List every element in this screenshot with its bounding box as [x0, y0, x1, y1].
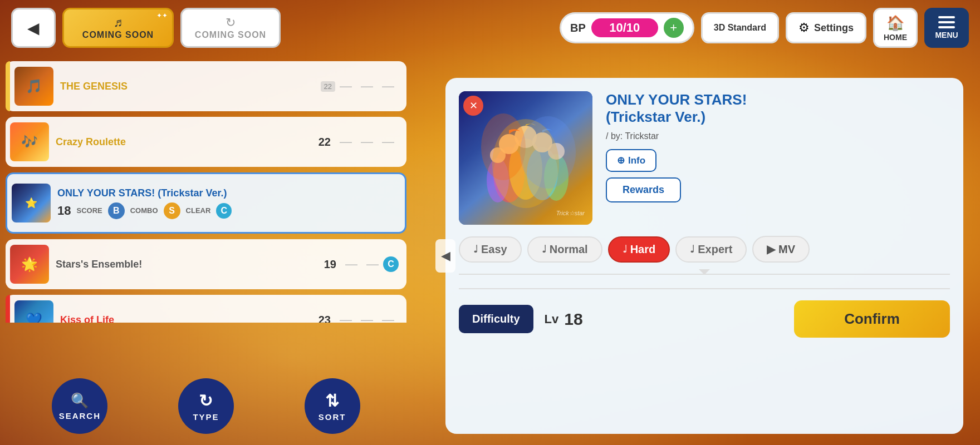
song-info: Kiss of Life	[53, 314, 318, 323]
bp-plus-button[interactable]: +	[664, 18, 684, 38]
normal-note-icon: ♩	[542, 243, 546, 255]
sort-button[interactable]: ⇅ SORT	[305, 378, 360, 434]
clear-dash: —	[382, 79, 394, 93]
lv-container: Lv 18	[545, 310, 783, 329]
song-level: 22	[318, 136, 331, 149]
view-mode-button[interactable]: 3D Standard	[701, 12, 779, 43]
detail-title-line1: ONLY YOUR STARS!	[606, 91, 747, 108]
detail-panel: ◀ ✕	[445, 78, 963, 434]
svg-point-0	[493, 147, 525, 202]
color-strip-red	[6, 295, 10, 323]
thumb-art: 🎶	[10, 122, 49, 161]
song-level: 23	[318, 314, 331, 323]
top-bar: ◀ ✦✦ ♬ COMING SOON ↻ COMING SOON BP 10/1…	[0, 0, 980, 56]
song-thumbnail: ⭐	[12, 184, 51, 222]
sort-label: SORT	[318, 412, 346, 422]
score-dash: —	[345, 257, 357, 271]
song-item[interactable]: 🌟 Stars's Ensemble! 19 — — C	[6, 239, 406, 289]
home-button[interactable]: 🏠 HOME	[873, 8, 918, 48]
difficulty-hard-tab[interactable]: ♩ Hard	[608, 236, 670, 263]
thumb-art: 💙	[14, 300, 53, 323]
detail-album-art: ✕	[459, 91, 592, 225]
expert-label: Expert	[698, 243, 732, 256]
song-title: Kiss of Life	[60, 314, 312, 323]
view-mode-label: 3D Standard	[714, 23, 766, 33]
song-info: Stars's Ensemble!	[49, 259, 324, 270]
menu-button[interactable]: MENU	[924, 8, 969, 48]
close-button[interactable]: ✕	[463, 96, 483, 116]
detail-bottom: Difficulty Lv 18 Confirm	[459, 288, 950, 338]
tab-inactive-label: COMING SOON	[195, 30, 266, 40]
difficulty-easy-tab[interactable]: ♩ Easy	[459, 236, 522, 263]
difficulty-mv-tab[interactable]: ▶ MV	[752, 236, 810, 263]
settings-button[interactable]: ⚙ Settings	[786, 12, 866, 43]
combo-dash: —	[361, 313, 373, 323]
song-item[interactable]: 💙 Kiss of Life 23 — — —	[6, 295, 406, 323]
difficulty-label-box: Difficulty	[459, 305, 533, 333]
search-label: SEARCH	[59, 411, 101, 421]
sort-icon: ⇅	[325, 391, 339, 411]
menu-label: MENU	[935, 31, 958, 39]
song-item-selected[interactable]: ⭐ ONLY YOUR STARS! (Trickstar Ver.) 18 S…	[6, 172, 406, 234]
detail-info: ONLY YOUR STARS! (Trickstar Ver.) / by: …	[606, 91, 950, 225]
svg-point-5	[499, 134, 519, 154]
score-dash: —	[340, 313, 352, 323]
bp-value: 10/10	[609, 21, 640, 34]
settings-icon: ⚙	[798, 21, 810, 35]
score-dash: —	[340, 135, 352, 149]
hamburger-icon	[938, 16, 955, 28]
score-dash: —	[340, 79, 352, 93]
combo-dash: —	[361, 79, 373, 93]
divider-notch	[699, 269, 710, 275]
easy-label: Easy	[481, 243, 507, 256]
song-level: 19	[324, 258, 336, 271]
confirm-button[interactable]: Confirm	[794, 300, 950, 338]
normal-label: Normal	[550, 243, 588, 256]
type-button[interactable]: ↻ TYPE	[178, 378, 234, 434]
svg-point-8	[490, 147, 506, 163]
nav-arrow-button[interactable]: ◀	[435, 239, 455, 273]
svg-point-7	[532, 132, 552, 152]
detail-title-line2: (Trickstar Ver.)	[606, 108, 705, 125]
settings-label: Settings	[814, 22, 854, 34]
hard-note-icon: ♩	[623, 243, 627, 255]
song-item[interactable]: 🎶 Crazy Roulette 22 — — —	[6, 117, 406, 167]
svg-point-3	[487, 158, 509, 202]
rewards-button[interactable]: Rewards	[606, 177, 681, 202]
song-title: Stars's Ensemble!	[56, 259, 317, 270]
difficulty-normal-tab[interactable]: ♩ Normal	[527, 236, 602, 263]
svg-point-1	[509, 139, 542, 200]
search-button[interactable]: 🔍 SEARCH	[52, 378, 107, 434]
combo-dash: —	[366, 257, 379, 271]
song-title: THE GENESIS	[60, 81, 314, 92]
song-info: ONLY YOUR STARS! (Trickstar Ver.) 18 SCO…	[51, 187, 397, 219]
difficulty-expert-tab[interactable]: ♩ Expert	[675, 236, 747, 263]
bp-container: BP 10/10 +	[560, 12, 694, 43]
song-item[interactable]: 🎵 THE GENESIS 22 — — —	[6, 61, 406, 111]
divider	[459, 274, 950, 275]
svg-point-9	[548, 143, 565, 160]
thumb-art: 🌟	[10, 245, 49, 284]
album-watermark: Trick☆star	[556, 210, 585, 217]
info-button[interactable]: ⊕ Info	[606, 149, 656, 172]
clear-grade-badge: C	[216, 203, 232, 219]
tab-sparkle-icon: ✦✦	[156, 12, 168, 19]
difficulty-tabs: ♩ Easy ♩ Normal ♩ Hard ♩ Expert ▶ MV	[459, 236, 950, 263]
tab-coming-soon-active[interactable]: ✦✦ ♬ COMING SOON	[62, 8, 174, 48]
info-label: Info	[628, 155, 645, 166]
song-thumbnail: 🎶	[10, 122, 49, 161]
home-label: HOME	[884, 33, 907, 42]
type-icon: ↻	[199, 391, 213, 411]
info-icon: ⊕	[617, 155, 625, 166]
clear-grade-badge: C	[383, 256, 399, 272]
bp-bar: 10/10	[591, 18, 658, 37]
clear-label: CLEAR	[186, 206, 211, 215]
song-title: Crazy Roulette	[56, 136, 312, 148]
back-button[interactable]: ◀	[11, 8, 56, 48]
song-title: ONLY YOUR STARS! (Trickstar Ver.)	[57, 187, 390, 199]
song-level-badge: 22	[321, 81, 335, 92]
tab-coming-soon-inactive[interactable]: ↻ COMING SOON	[180, 8, 281, 48]
song-meta: 18 SCORE B COMBO S CLEAR C	[57, 202, 390, 219]
score-label: SCORE	[76, 206, 102, 215]
expert-note-icon: ♩	[690, 243, 694, 255]
